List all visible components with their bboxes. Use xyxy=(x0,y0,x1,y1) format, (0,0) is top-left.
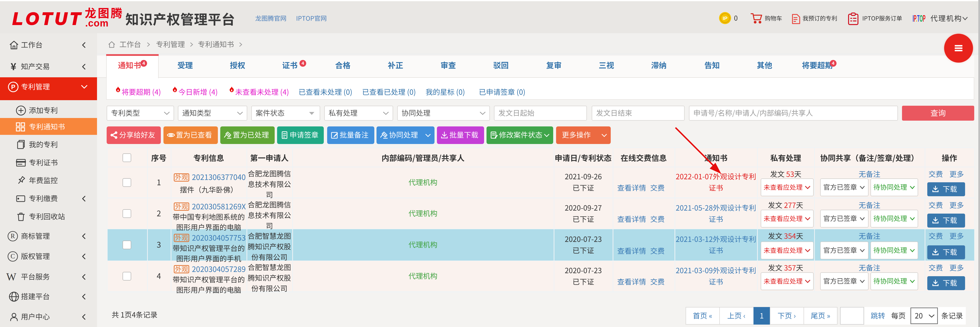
svg-text:4: 4 xyxy=(302,61,304,66)
svg-text:C: C xyxy=(11,253,15,260)
svg-text:4: 4 xyxy=(832,61,835,66)
svg-text:4: 4 xyxy=(143,61,145,66)
svg-text:IP: IP xyxy=(723,15,727,21)
svg-text:P: P xyxy=(11,83,15,91)
svg-text:R: R xyxy=(11,232,15,239)
